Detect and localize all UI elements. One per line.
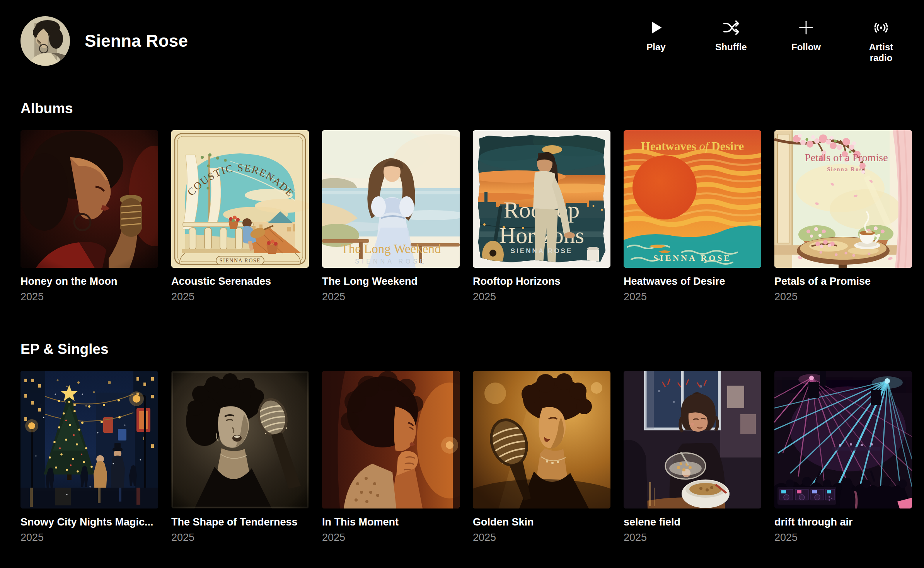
single-title[interactable]: selene field xyxy=(624,516,761,528)
album-cover-heatwaves-of-desire[interactable]: Heatwaves of Desire SIENNA ROSE xyxy=(624,130,761,268)
cover-art-honey-on-the-moon xyxy=(20,130,158,268)
artist-page: Sienna Rose Play Shuffl xyxy=(0,0,924,568)
single-cover-in-this-moment[interactable] xyxy=(322,371,460,508)
album-card-heatwaves-of-desire[interactable]: Heatwaves of Desire SIENNA ROSE Heatwave… xyxy=(624,130,761,303)
single-year: 2025 xyxy=(322,532,460,544)
cover-art-rooftop-horizons: Rooftop Horizons SIENN xyxy=(473,130,610,268)
single-cover-selene-field[interactable] xyxy=(624,371,761,508)
single-year: 2025 xyxy=(20,532,158,544)
album-title[interactable]: Rooftop Horizons xyxy=(473,275,610,287)
single-card-snowy-city-nights[interactable]: Snowy City Nights Magic... 2025 xyxy=(20,371,158,544)
album-title[interactable]: Acoustic Serenades xyxy=(171,275,309,287)
cover-text-tlw-artist: SIENNA ROSE xyxy=(355,258,426,265)
single-card-selene-field[interactable]: selene field 2025 xyxy=(624,371,761,544)
cover-art-selene-field xyxy=(624,371,761,508)
album-year: 2025 xyxy=(171,291,309,303)
cover-art-acoustic-serenades: ACOUSTIC SERENADES SIENNA ROSE xyxy=(171,130,309,268)
single-cover-the-shape-of-tenderness[interactable] xyxy=(171,371,309,508)
album-year: 2025 xyxy=(473,291,610,303)
cover-text-petals-title: Petals of a Promise xyxy=(805,151,888,163)
single-cover-snowy-city-nights[interactable] xyxy=(20,371,158,508)
main-content: Albums xyxy=(20,0,912,544)
album-card-honey-on-the-moon[interactable]: Honey on the Moon 2025 xyxy=(20,130,158,303)
single-title[interactable]: In This Moment xyxy=(322,516,460,528)
single-title[interactable]: drift through air xyxy=(774,516,912,528)
album-cover-honey-on-the-moon[interactable] xyxy=(20,130,158,268)
single-card-drift-through-air[interactable]: drift through air 2025 xyxy=(774,371,912,544)
albums-section-title: Albums xyxy=(20,100,912,117)
single-card-the-shape-of-tenderness[interactable]: The Shape of Tenderness 2025 xyxy=(171,371,309,544)
cover-art-the-long-weekend: The Long Weekend SIENNA ROSE xyxy=(322,130,460,268)
cover-art-the-shape-of-tenderness xyxy=(171,371,309,508)
album-year: 2025 xyxy=(774,291,912,303)
cover-text-acoustic-artist: SIENNA ROSE xyxy=(220,258,261,264)
single-year: 2025 xyxy=(171,532,309,544)
single-cover-drift-through-air[interactable] xyxy=(774,371,912,508)
cover-art-drift-through-air xyxy=(774,371,912,508)
single-title[interactable]: Golden Skin xyxy=(473,516,610,528)
album-cover-the-long-weekend[interactable]: The Long Weekend SIENNA ROSE xyxy=(322,130,460,268)
album-cover-petals-of-a-promise[interactable]: Petals of a Promise Sienna Rose xyxy=(774,130,912,268)
single-title[interactable]: The Shape of Tenderness xyxy=(171,516,309,528)
album-title[interactable]: The Long Weekend xyxy=(322,275,460,287)
album-title[interactable]: Heatwaves of Desire xyxy=(624,275,761,287)
cover-art-in-this-moment xyxy=(322,371,460,508)
album-year: 2025 xyxy=(20,291,158,303)
single-title[interactable]: Snowy City Nights Magic... xyxy=(20,516,158,528)
album-card-the-long-weekend[interactable]: The Long Weekend SIENNA ROSE The Long We… xyxy=(322,130,460,303)
cover-text-petals-artist: Sienna Rose xyxy=(827,166,866,172)
album-year: 2025 xyxy=(322,291,460,303)
single-year: 2025 xyxy=(473,532,610,544)
cover-text-tlw-title: The Long Weekend xyxy=(341,242,441,256)
album-year: 2025 xyxy=(624,291,761,303)
single-year: 2025 xyxy=(624,532,761,544)
cover-text-rh-artist: SIENNA ROSE xyxy=(511,247,573,255)
single-year: 2025 xyxy=(774,532,912,544)
cover-text-hw-title: Heatwaves of Desire xyxy=(641,139,744,153)
single-cover-golden-skin[interactable] xyxy=(473,371,610,508)
album-card-petals-of-a-promise[interactable]: Petals of a Promise Sienna Rose Petals o… xyxy=(774,130,912,303)
cover-art-golden-skin xyxy=(473,371,610,508)
albums-grid: Honey on the Moon 2025 xyxy=(20,130,912,303)
album-card-acoustic-serenades[interactable]: ACOUSTIC SERENADES SIENNA ROSE Acoustic … xyxy=(171,130,309,303)
cover-text-hw-artist: SIENNA ROSE xyxy=(653,253,731,263)
album-card-rooftop-horizons[interactable]: Rooftop Horizons SIENN xyxy=(473,130,610,303)
album-cover-acoustic-serenades[interactable]: ACOUSTIC SERENADES SIENNA ROSE xyxy=(171,130,309,268)
eps-section-title: EP & Singles xyxy=(20,341,912,358)
album-title[interactable]: Honey on the Moon xyxy=(20,275,158,287)
eps-grid: Snowy City Nights Magic... 2025 xyxy=(20,371,912,544)
single-card-golden-skin[interactable]: Golden Skin 2025 xyxy=(473,371,610,544)
album-cover-rooftop-horizons[interactable]: Rooftop Horizons SIENN xyxy=(473,130,610,268)
cover-art-heatwaves-of-desire: Heatwaves of Desire SIENNA ROSE xyxy=(624,130,761,268)
cover-art-petals-of-a-promise: Petals of a Promise Sienna Rose xyxy=(774,130,912,268)
single-card-in-this-moment[interactable]: In This Moment 2025 xyxy=(322,371,460,544)
cover-art-snowy-city-nights xyxy=(20,371,158,508)
album-title[interactable]: Petals of a Promise xyxy=(774,275,912,287)
